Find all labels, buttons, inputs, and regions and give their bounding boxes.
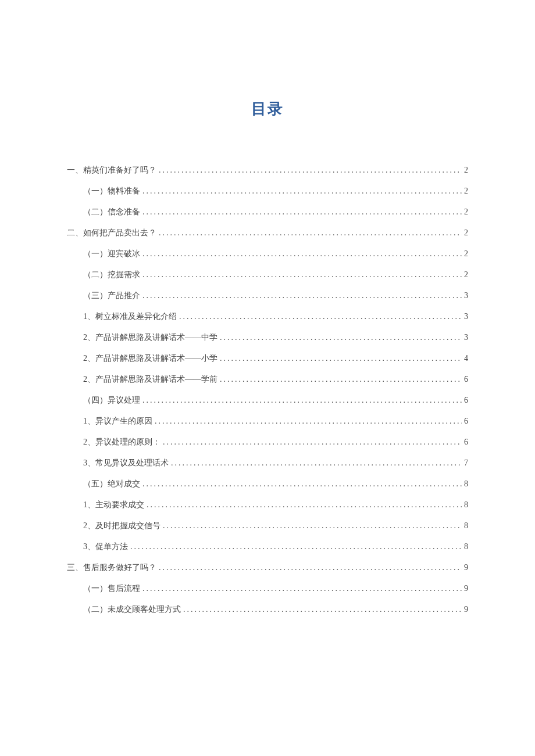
toc-entry-page: 9: [462, 557, 468, 578]
toc-entry[interactable]: 1、主动要求成交8: [67, 495, 468, 515]
toc-entry[interactable]: 2、产品讲解思路及讲解话术——学前6: [67, 369, 468, 390]
toc-leader-dots: [140, 474, 462, 495]
toc-entry-label: 1、异议产生的原因: [83, 411, 152, 432]
toc-entry[interactable]: 2、及时把握成交信号8: [67, 515, 468, 536]
toc-entry-page: 9: [462, 599, 468, 620]
toc-entry-label: 3、促单方法: [83, 536, 128, 557]
toc-entry-label: 3、常见异议及处理话术: [83, 453, 169, 474]
toc-entry-page: 6: [462, 411, 468, 432]
toc-entry-page: 2: [462, 160, 468, 181]
toc-entry[interactable]: 2、产品讲解思路及讲解话术——小学4: [67, 348, 468, 369]
toc-entry-page: 2: [462, 264, 468, 285]
toc-entry-page: 2: [462, 181, 468, 202]
toc-entry[interactable]: （二）未成交顾客处理方式9: [67, 599, 468, 620]
toc-leader-dots: [140, 578, 462, 599]
toc-entry[interactable]: 三、售后服务做好了吗？9: [67, 557, 468, 578]
toc-leader-dots: [140, 181, 462, 202]
toc-leader-dots: [140, 285, 462, 306]
toc-entry[interactable]: （一）物料准备2: [67, 181, 468, 202]
toc-entry-page: 8: [462, 536, 468, 557]
toc-entry-page: 2: [462, 223, 468, 243]
toc-entry-page: 6: [462, 369, 468, 390]
toc-entry-label: 2、及时把握成交信号: [83, 515, 160, 536]
toc-leader-dots: [140, 243, 462, 264]
toc-leader-dots: [144, 495, 462, 515]
toc-entry-label: （二）挖掘需求: [83, 264, 140, 285]
page-title: 目录: [67, 99, 468, 119]
toc-entry-label: 2、产品讲解思路及讲解话术——小学: [83, 348, 217, 369]
toc-entry-label: 2、异议处理的原则：: [83, 432, 160, 453]
toc-entry-page: 8: [462, 474, 468, 495]
toc-entry-page: 4: [462, 348, 468, 369]
toc-leader-dots: [140, 202, 462, 223]
toc-leader-dots: [169, 453, 462, 474]
toc-entry[interactable]: （二）信念准备2: [67, 202, 468, 223]
toc-entry-label: （一）迎宾破冰: [83, 243, 140, 264]
toc-leader-dots: [156, 223, 462, 243]
toc-entry-label: （三）产品推介: [83, 285, 140, 306]
toc-leader-dots: [140, 264, 462, 285]
toc-entry[interactable]: （四）异议处理6: [67, 390, 468, 411]
toc-entry-page: 8: [462, 495, 468, 515]
toc-entry-page: 2: [462, 243, 468, 264]
toc-entry-page: 7: [462, 453, 468, 474]
toc-entry[interactable]: （二）挖掘需求2: [67, 264, 468, 285]
toc-entry[interactable]: （三）产品推介3: [67, 285, 468, 306]
toc-entry[interactable]: 1、异议产生的原因6: [67, 411, 468, 432]
toc-entry[interactable]: （一）售后流程9: [67, 578, 468, 599]
toc-leader-dots: [156, 160, 462, 181]
toc-entry-label: （五）绝对成交: [83, 474, 140, 495]
toc-leader-dots: [217, 348, 462, 369]
toc-leader-dots: [160, 515, 462, 536]
toc-entry-label: 三、售后服务做好了吗？: [67, 557, 156, 578]
toc-entry-label: （二）未成交顾客处理方式: [83, 599, 181, 620]
toc-entry-page: 2: [462, 202, 468, 223]
toc-entry-label: 2、产品讲解思路及讲解话术——中学: [83, 327, 217, 348]
toc-entry[interactable]: 二、如何把产品卖出去？2: [67, 223, 468, 243]
toc-entry-label: 1、树立标准及差异化介绍: [83, 306, 177, 327]
toc-leader-dots: [177, 306, 462, 327]
toc-entry-label: 2、产品讲解思路及讲解话术——学前: [83, 369, 217, 390]
toc-entry-label: 二、如何把产品卖出去？: [67, 223, 156, 243]
toc-entry[interactable]: （一）迎宾破冰2: [67, 243, 468, 264]
toc-leader-dots: [152, 411, 462, 432]
toc-entry[interactable]: （五）绝对成交8: [67, 474, 468, 495]
toc-entry-label: （一）售后流程: [83, 578, 140, 599]
toc-leader-dots: [156, 557, 462, 578]
toc-entry-page: 8: [462, 515, 468, 536]
toc-entry[interactable]: 3、常见异议及处理话术7: [67, 453, 468, 474]
toc-entry[interactable]: 1、树立标准及差异化介绍3: [67, 306, 468, 327]
toc-entry-page: 6: [462, 432, 468, 453]
toc-entry[interactable]: 2、异议处理的原则：6: [67, 432, 468, 453]
toc-entry[interactable]: 一、精英们准备好了吗？2: [67, 160, 468, 181]
table-of-contents: 一、精英们准备好了吗？2（一）物料准备2（二）信念准备2二、如何把产品卖出去？2…: [67, 160, 468, 620]
toc-entry-page: 6: [462, 390, 468, 411]
toc-leader-dots: [128, 536, 462, 557]
toc-leader-dots: [160, 432, 462, 453]
toc-entry-page: 3: [462, 327, 468, 348]
toc-leader-dots: [217, 327, 462, 348]
toc-entry-label: 1、主动要求成交: [83, 495, 144, 515]
toc-entry-label: 一、精英们准备好了吗？: [67, 160, 156, 181]
toc-entry[interactable]: 2、产品讲解思路及讲解话术——中学3: [67, 327, 468, 348]
toc-entry[interactable]: 3、促单方法8: [67, 536, 468, 557]
toc-entry-page: 9: [462, 578, 468, 599]
toc-entry-label: （一）物料准备: [83, 181, 140, 202]
toc-leader-dots: [140, 390, 462, 411]
toc-entry-page: 3: [462, 285, 468, 306]
toc-entry-page: 3: [462, 306, 468, 327]
toc-leader-dots: [217, 369, 462, 390]
toc-entry-label: （二）信念准备: [83, 202, 140, 223]
toc-leader-dots: [181, 599, 462, 620]
toc-entry-label: （四）异议处理: [83, 390, 140, 411]
